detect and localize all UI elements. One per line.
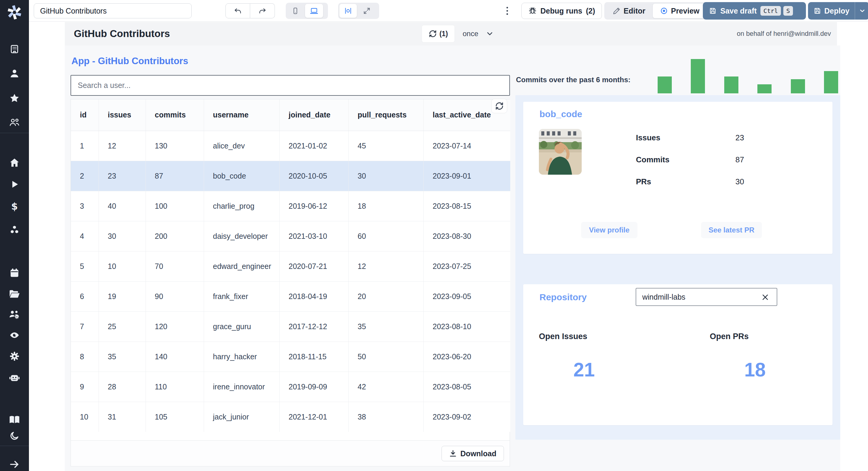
building-icon[interactable]: [0, 44, 29, 54]
table-row[interactable]: 1031105jack_junior2021-12-01382023-09-02: [71, 402, 510, 432]
undo-button[interactable]: [225, 3, 250, 19]
redo-icon: [258, 7, 267, 15]
dollar-icon[interactable]: $: [0, 201, 29, 212]
cell: 105: [146, 402, 204, 432]
save-draft-button[interactable]: Save draft CtrlS: [703, 2, 806, 20]
app-refresh-button[interactable]: (1): [422, 25, 455, 42]
table-row[interactable]: 430200daisy_developer2021-03-10602023-08…: [71, 221, 510, 251]
deploy-button-group: Deploy: [808, 2, 868, 20]
table-refresh-button[interactable]: [491, 99, 507, 113]
table-row[interactable]: 112130alice_dev2021-01-02452023-07-14: [71, 131, 510, 161]
cell: 40: [98, 191, 146, 221]
table-row[interactable]: 61990frank_fixer2018-04-19202023-09-05: [71, 281, 510, 311]
preview-tab[interactable]: Preview: [652, 3, 707, 19]
column-header[interactable]: id: [71, 99, 98, 131]
star-icon[interactable]: [0, 93, 29, 104]
expand-icon: [363, 7, 371, 15]
cell: 45: [348, 131, 424, 161]
debug-runs-label: Debug runs: [540, 7, 582, 15]
cell: alice_dev: [204, 131, 279, 161]
more-menu-button[interactable]: [504, 0, 510, 22]
cubes-icon[interactable]: [0, 224, 29, 235]
open-prs-label: Open PRs: [710, 332, 800, 341]
table-row[interactable]: 835140harry_hacker2018-11-15502023-06-20: [71, 341, 510, 372]
user-card: bob_code Issues23: [523, 102, 832, 254]
column-header[interactable]: joined_date: [279, 99, 348, 131]
chart-bar: [824, 71, 838, 93]
users-settings-icon[interactable]: [0, 309, 29, 320]
table-row[interactable]: 928110irene_innovator2019-09-09422023-08…: [71, 372, 510, 402]
see-latest-pr-button[interactable]: See latest PR: [701, 222, 762, 238]
collapse-arrow-right-icon[interactable]: [0, 459, 29, 470]
app-title-input[interactable]: [34, 3, 192, 19]
cell: 2021-03-10: [279, 221, 348, 251]
redo-button[interactable]: [250, 3, 275, 19]
stat-label: Issues: [636, 133, 735, 142]
column-header[interactable]: username: [204, 99, 279, 131]
cell: 70: [146, 251, 204, 281]
deploy-save-icon: [813, 7, 821, 15]
undo-icon: [234, 7, 242, 15]
cell: jack_junior: [204, 402, 279, 432]
dark-mode-moon-icon[interactable]: [0, 431, 29, 441]
cell: 20: [348, 281, 424, 311]
cell: 12: [98, 131, 146, 161]
fullscreen-button[interactable]: [358, 4, 375, 18]
svg-text:$: $: [11, 201, 18, 212]
chart-bar: [791, 79, 805, 93]
repository-input[interactable]: [636, 288, 777, 306]
home-icon[interactable]: [0, 157, 29, 168]
chart-bar: [724, 76, 738, 93]
cell: edward_engineer: [204, 251, 279, 281]
table-row[interactable]: 340100charlie_prog2019-06-12182023-08-15: [71, 191, 510, 221]
column-header[interactable]: issues: [98, 99, 146, 131]
table-row[interactable]: 725120grace_guru2017-12-12352023-08-10: [71, 311, 510, 341]
cell: 2023-09-01: [424, 161, 510, 191]
download-button[interactable]: Download: [441, 446, 504, 461]
cell: 19: [98, 281, 146, 311]
cell: 8: [71, 341, 98, 372]
mobile-view-button[interactable]: [287, 4, 304, 18]
docs-book-icon[interactable]: [0, 415, 29, 425]
editor-label: Editor: [624, 7, 645, 15]
view-profile-button[interactable]: View profile: [581, 222, 638, 238]
deploy-options-button[interactable]: [855, 2, 868, 20]
settings-gear-icon[interactable]: [0, 351, 29, 362]
cell: 100: [146, 191, 204, 221]
column-header[interactable]: commits: [146, 99, 204, 131]
schedule-select[interactable]: once: [463, 22, 493, 45]
user-icon[interactable]: [0, 68, 29, 79]
bug-icon: [528, 7, 537, 15]
preview-label: Preview: [671, 7, 700, 15]
center-content-button[interactable]: [339, 4, 357, 18]
cell: 5: [71, 251, 98, 281]
deploy-button[interactable]: Deploy: [808, 2, 855, 20]
clear-input-button[interactable]: [760, 292, 770, 302]
search-input[interactable]: [70, 75, 510, 96]
stat-row: Commits87: [636, 153, 744, 167]
users-icon[interactable]: [0, 117, 29, 127]
robot-icon[interactable]: [0, 373, 29, 383]
debug-runs-button[interactable]: Debug runs (2): [521, 3, 602, 19]
eye-icon[interactable]: [0, 330, 29, 340]
cell: 2021-12-01: [279, 402, 348, 432]
chevron-down-icon: [859, 7, 866, 14]
windmill-logo[interactable]: [0, 4, 29, 21]
cell: 2023-07-25: [424, 251, 510, 281]
column-header[interactable]: pull_requests: [348, 99, 424, 131]
desktop-view-button[interactable]: [305, 4, 323, 18]
cell: 10: [98, 251, 146, 281]
folder-icon[interactable]: [0, 289, 29, 299]
table-row-selected[interactable]: 22387bob_code2020-10-05302023-09-01: [71, 161, 510, 191]
cell: 35: [98, 341, 146, 372]
stat-value: 87: [735, 155, 744, 164]
open-issues-stat: Open Issues 21: [539, 332, 629, 381]
play-icon[interactable]: [0, 179, 29, 190]
kbd-s: S: [783, 6, 793, 16]
editor-tab[interactable]: Editor: [606, 3, 652, 19]
table-row[interactable]: 51070edward_engineer2020-07-21122023-07-…: [71, 251, 510, 281]
cell: 2023-08-05: [424, 372, 510, 402]
cell: 2023-09-02: [424, 402, 510, 432]
refresh-count: (1): [439, 30, 448, 38]
calendar-icon[interactable]: [0, 267, 29, 278]
